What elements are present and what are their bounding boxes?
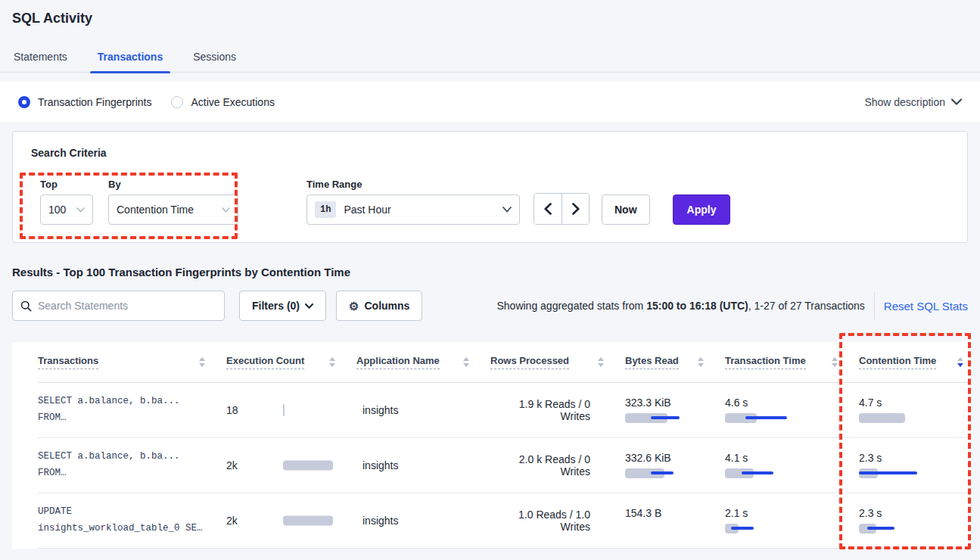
sort-icon[interactable] (957, 357, 963, 367)
cell-bytes-read: 154.3 B (625, 493, 725, 548)
header-transaction-time: Transaction Time (725, 342, 859, 382)
search-statements-box[interactable] (12, 291, 225, 321)
by-label: By (108, 179, 238, 190)
cell-transaction-time: 4.1 s (725, 437, 859, 493)
chevron-down-icon (502, 207, 512, 213)
execution-count-bar (283, 404, 285, 416)
cell-rows-processed: 1.0 Reads / 1.0 Writes (490, 493, 625, 548)
columns-button[interactable]: ⚙ Columns (336, 291, 422, 321)
cell-application-name: insights (356, 493, 490, 548)
time-range-value: Past Hour (344, 204, 390, 216)
top-field: Top 100 (40, 179, 108, 225)
bar-blue (859, 471, 917, 474)
time-range-label: Time Range (306, 179, 520, 190)
radio-selected-icon (18, 96, 30, 108)
sort-icon[interactable] (199, 357, 205, 367)
search-criteria-title: Search Criteria (31, 147, 949, 159)
time-range-select[interactable]: 1h Past Hour (306, 194, 520, 225)
cell-application-name: insights (356, 382, 490, 437)
top-select[interactable]: 100 (40, 194, 93, 225)
execution-count-bar (283, 460, 333, 470)
chevron-down-icon (222, 207, 230, 213)
header-bytes-read: Bytes Read (625, 342, 725, 382)
by-select[interactable]: Contention Time (108, 194, 238, 225)
bar-blue (867, 527, 894, 530)
table-row: UPDATEinsights_workload_table_0 SE… 2k i… (38, 493, 968, 548)
time-range-field: Time Range 1h Past Hour (306, 179, 520, 225)
sort-icon[interactable] (832, 357, 838, 367)
radio-transaction-fingerprints[interactable]: Transaction Fingerprints (18, 96, 151, 108)
contention-time-bar (859, 524, 935, 534)
cell-bytes-read: 332.6 KiB (625, 437, 725, 493)
now-button[interactable]: Now (602, 194, 650, 225)
chevron-right-icon (572, 203, 580, 215)
sort-icon[interactable] (698, 357, 704, 367)
results-heading: Results - Top 100 Transaction Fingerprin… (12, 266, 968, 278)
filters-label: Filters (0) (252, 300, 300, 312)
next-time-button[interactable] (562, 194, 589, 224)
cell-contention-time: 4.7 s (859, 382, 968, 437)
sql-activity-page: SQL Activity Statements Transactions Ses… (0, 0, 980, 560)
filters-button[interactable]: Filters (0) (239, 291, 326, 321)
radio-label: Active Executions (191, 96, 275, 108)
cell-execution-count: 2k (226, 493, 356, 548)
bar-blue (731, 527, 754, 530)
aggregated-stats-text: Showing aggregated stats from 15:00 to 1… (496, 300, 864, 312)
bytes-read-bar (625, 413, 701, 423)
transaction-time-bar (725, 524, 801, 534)
header-contention-time: Contention Time (859, 342, 968, 382)
reset-sql-stats-link[interactable]: Reset SQL Stats (884, 300, 968, 313)
bar-gray (859, 413, 905, 423)
cell-rows-processed: 1.9 k Reads / 0 Writes (490, 382, 625, 437)
bar-blue (651, 416, 680, 419)
criteria-row: Top 100 By Contention Time Time Range 1h… (31, 179, 949, 225)
transactions-table: Transactions Execution Count Application… (38, 342, 968, 549)
search-statements-input[interactable] (38, 300, 204, 312)
by-value: Contention Time (117, 204, 194, 216)
chevron-left-icon (544, 203, 552, 215)
header-transactions: Transactions (38, 342, 226, 382)
cell-execution-count: 18 (226, 382, 356, 437)
cell-contention-time: 2.3 s (859, 437, 968, 493)
cell-transaction-fingerprint[interactable]: SELECT a.balance, b.ba...FROM… (38, 437, 226, 493)
bar-blue (742, 471, 773, 474)
transactions-table-card: Transactions Execution Count Application… (12, 342, 968, 549)
sort-icon[interactable] (598, 357, 604, 367)
cell-transaction-time: 2.1 s (725, 493, 859, 548)
prev-time-button[interactable] (534, 194, 562, 224)
sort-icon[interactable] (463, 357, 469, 367)
show-description-label: Show description (864, 96, 945, 108)
tab-sessions[interactable]: Sessions (191, 45, 238, 72)
radio-label: Transaction Fingerprints (38, 96, 151, 108)
cell-bytes-read: 323.3 KiB (625, 382, 725, 437)
contention-time-bar (859, 413, 935, 423)
columns-label: Columns (364, 300, 409, 312)
table-row: SELECT a.balance, b.ba...FROM… 18 insigh… (38, 382, 968, 437)
tab-transactions[interactable]: Transactions (96, 45, 164, 72)
tab-statements[interactable]: Statements (12, 45, 69, 72)
chevron-down-icon (305, 303, 313, 309)
cell-application-name: insights (356, 437, 490, 493)
toolbar-right: Showing aggregated stats from 15:00 to 1… (496, 292, 968, 319)
transaction-time-bar (725, 468, 801, 478)
apply-button[interactable]: Apply (673, 194, 731, 225)
cell-transaction-time: 4.6 s (725, 382, 859, 437)
results-toolbar: Filters (0) ⚙ Columns Showing aggregated… (12, 291, 968, 321)
top-label: Top (40, 179, 108, 190)
radio-active-executions[interactable]: Active Executions (171, 96, 275, 108)
page-title: SQL Activity (12, 11, 968, 26)
view-toggle-group: Transaction Fingerprints Active Executio… (18, 96, 275, 108)
chevron-down-icon (951, 98, 962, 105)
search-icon (20, 300, 32, 312)
top-value: 100 (48, 204, 66, 216)
table-header-row: Transactions Execution Count Application… (38, 342, 968, 382)
cell-transaction-fingerprint[interactable]: UPDATEinsights_workload_table_0 SE… (38, 493, 226, 548)
time-step-buttons (534, 193, 590, 225)
gear-icon: ⚙ (349, 300, 359, 312)
show-description-toggle[interactable]: Show description (864, 96, 962, 108)
header-rows-processed: Rows Processed (490, 342, 625, 382)
sort-icon[interactable] (329, 357, 335, 367)
chevron-down-icon (76, 207, 85, 213)
bar-blue (651, 471, 674, 474)
cell-transaction-fingerprint[interactable]: SELECT a.balance, b.ba...FROM… (38, 382, 226, 437)
